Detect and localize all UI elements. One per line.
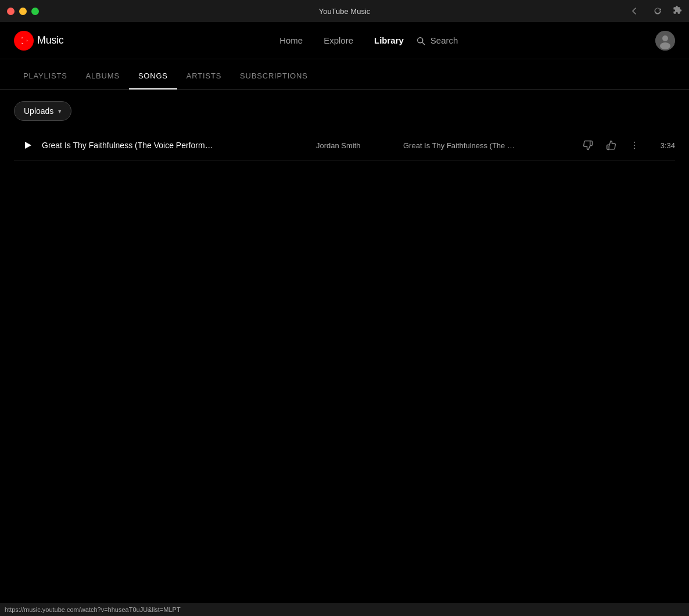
puzzle-icon — [673, 5, 682, 15]
song-album: Great Is Thy Faithfulness (The … — [403, 141, 577, 150]
window-title-text: YouTube Music — [319, 7, 371, 16]
nav-home[interactable]: Home — [270, 31, 312, 50]
svg-point-8 — [634, 145, 635, 146]
logo-text: Music — [37, 34, 64, 46]
avatar[interactable] — [655, 31, 675, 51]
svg-point-7 — [634, 142, 635, 143]
table-row[interactable]: Great Is Thy Faithfulness (The Voice Per… — [14, 130, 675, 161]
status-url: https://music.youtube.com/watch?v=hhusea… — [5, 606, 181, 613]
search-area[interactable]: Search — [415, 35, 458, 46]
thumbs-up-icon — [606, 140, 616, 151]
song-artist: Jordan Smith — [316, 141, 403, 150]
youtube-music-logo — [14, 31, 34, 51]
nav-explore[interactable]: Explore — [314, 31, 363, 50]
song-title-area: Great Is Thy Faithfulness (The Voice Per… — [42, 140, 307, 151]
svg-marker-6 — [25, 142, 31, 149]
search-icon — [415, 35, 426, 46]
header-right — [655, 31, 675, 51]
tab-albums[interactable]: ALBUMS — [77, 63, 129, 89]
dislike-button[interactable] — [577, 135, 598, 156]
song-title: Great Is Thy Faithfulness (The Voice Per… — [42, 141, 213, 150]
status-bar: https://music.youtube.com/watch?v=hhusea… — [0, 603, 689, 616]
close-button[interactable] — [7, 8, 15, 15]
search-icon-button[interactable] — [415, 35, 426, 46]
search-label[interactable]: Search — [430, 35, 458, 45]
more-options-button[interactable] — [624, 135, 645, 156]
logo-area[interactable]: Music — [14, 31, 64, 51]
uploads-filter-button[interactable]: Uploads ▾ — [14, 101, 71, 121]
maximize-button[interactable] — [31, 8, 39, 15]
more-options-icon — [629, 140, 640, 151]
like-button[interactable] — [601, 135, 622, 156]
tab-songs[interactable]: SONGS — [129, 63, 177, 89]
title-bar: YouTube Music — [0, 0, 689, 22]
tab-playlists[interactable]: PLAYLISTS — [14, 63, 77, 89]
svg-point-9 — [634, 148, 635, 149]
thumbs-down-icon — [583, 140, 593, 151]
play-icon — [24, 141, 32, 149]
content-area: Uploads ▾ Great Is Thy Faithfulness (The… — [0, 89, 689, 173]
play-button[interactable] — [19, 136, 37, 155]
back-button[interactable] — [626, 3, 643, 19]
title-bar-controls — [626, 3, 682, 19]
tab-bar: PLAYLISTS ALBUMS SONGS ARTISTS SUBSCRIPT… — [0, 59, 689, 89]
svg-point-2 — [21, 37, 27, 43]
svg-point-4 — [662, 35, 668, 41]
tab-subscriptions[interactable]: SUBSCRIPTIONS — [231, 63, 317, 89]
main-nav: Home Explore Library Search — [87, 31, 641, 50]
uploads-label: Uploads — [24, 106, 53, 116]
song-actions — [577, 135, 645, 156]
song-duration: 3:34 — [652, 141, 675, 150]
window-title: YouTube Music — [319, 7, 371, 16]
song-list: Great Is Thy Faithfulness (The Voice Per… — [14, 130, 675, 161]
tab-artists[interactable]: ARTISTS — [177, 63, 231, 89]
chevron-down-icon: ▾ — [58, 108, 62, 115]
refresh-icon — [653, 6, 662, 16]
avatar-image — [655, 31, 675, 51]
extension-icon[interactable] — [673, 5, 682, 17]
back-icon — [630, 6, 639, 16]
minimize-button[interactable] — [19, 8, 27, 15]
refresh-button[interactable] — [649, 3, 666, 19]
traffic-lights — [7, 8, 39, 15]
play-button-cell — [14, 136, 42, 155]
header: Music Home Explore Library Search — [0, 22, 689, 59]
svg-point-5 — [660, 42, 670, 49]
nav-library[interactable]: Library — [365, 31, 413, 50]
